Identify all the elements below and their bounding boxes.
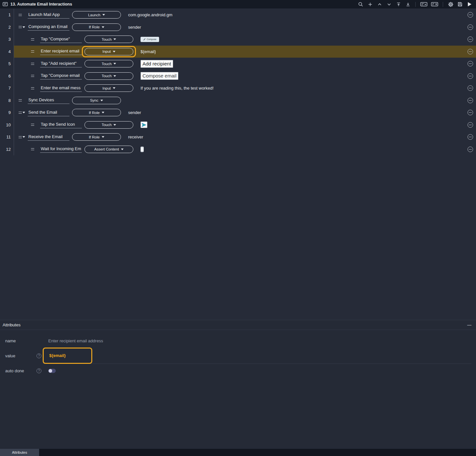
- remove-step-button[interactable]: [468, 110, 473, 115]
- action-type-dropdown[interactable]: Touch: [84, 60, 133, 67]
- message-panel-icon[interactable]: [420, 1, 428, 7]
- step-name-input[interactable]: Launch Mail App: [28, 11, 69, 19]
- step-row[interactable]: 7 Enter the email mess Input If you are …: [0, 82, 476, 94]
- remove-step-button[interactable]: [468, 147, 473, 152]
- expand-all-icon[interactable]: [405, 1, 411, 7]
- step-row[interactable]: 3 Tap "Compose" Touch Compose: [0, 33, 476, 46]
- drag-handle-icon[interactable]: [31, 50, 35, 52]
- step-value[interactable]: Compose email: [141, 72, 178, 80]
- chevron-down-icon: [113, 51, 115, 52]
- settings-icon[interactable]: [447, 1, 454, 7]
- step-row[interactable]: 2 Composing an Email If Role sender: [0, 21, 476, 34]
- drag-handle-icon[interactable]: [31, 148, 35, 150]
- collapse-arrow-icon[interactable]: [22, 26, 25, 28]
- step-name-input[interactable]: Receive the Email: [28, 134, 69, 141]
- help-icon[interactable]: ?: [37, 368, 41, 373]
- action-type-dropdown[interactable]: Assert Content: [84, 146, 133, 153]
- step-row[interactable]: 1 Launch Mail App Launch com.google.andr…: [0, 9, 476, 21]
- step-row[interactable]: 12 Wait for Incoming Em Assert Content: [0, 143, 476, 156]
- drag-handle-icon[interactable]: [19, 136, 22, 138]
- step-value[interactable]: sender: [128, 110, 141, 115]
- drag-handle-icon[interactable]: [19, 112, 22, 114]
- step-value[interactable]: sender: [128, 25, 141, 30]
- step-value[interactable]: If you are reading this, the test worked…: [141, 86, 214, 91]
- attributes-panel-title: Attributes: [3, 322, 21, 327]
- action-type-dropdown[interactable]: Touch: [84, 36, 133, 43]
- move-up-icon[interactable]: [376, 1, 383, 7]
- remove-step-button[interactable]: [468, 98, 473, 103]
- remove-step-button[interactable]: [468, 85, 473, 91]
- action-type-dropdown[interactable]: If Role: [72, 133, 121, 141]
- remove-step-button[interactable]: [468, 49, 473, 54]
- step-row[interactable]: 8 Sync Devices Sync: [0, 94, 476, 107]
- step-row[interactable]: 9 Send the Email If Role sender: [0, 107, 476, 119]
- add-step-icon[interactable]: [367, 1, 373, 7]
- chevron-down-icon: [100, 100, 103, 101]
- step-name-input[interactable]: Enter the email mess: [40, 85, 82, 92]
- minimize-panel-button[interactable]: —: [467, 323, 471, 327]
- step-value[interactable]: com.google.android.gm: [128, 12, 172, 17]
- step-name-input[interactable]: Send the Email: [28, 109, 69, 116]
- step-name-input[interactable]: Enter recipient email: [40, 48, 82, 55]
- remove-step-button[interactable]: [468, 73, 473, 79]
- action-type-dropdown[interactable]: Launch: [72, 11, 121, 19]
- action-type-dropdown[interactable]: If Role: [72, 109, 121, 116]
- collapse-arrow-icon[interactable]: [22, 112, 25, 113]
- step-name-input[interactable]: Composing an Email: [28, 23, 69, 31]
- drag-handle-icon[interactable]: [31, 87, 35, 89]
- move-down-icon[interactable]: [386, 1, 392, 7]
- step-value[interactable]: [141, 121, 147, 128]
- toolbar-divider: [415, 2, 416, 7]
- action-type-dropdown[interactable]: Touch: [84, 121, 133, 129]
- highlight-outline: ${email}: [43, 348, 92, 364]
- step-name-input[interactable]: Sync Devices: [28, 97, 69, 104]
- log-panel-icon[interactable]: [431, 1, 439, 7]
- step-name-input[interactable]: Tap "Compose email: [40, 72, 82, 79]
- action-type-dropdown[interactable]: Touch: [84, 72, 133, 80]
- collapse-all-icon[interactable]: [395, 1, 402, 7]
- value-field-text: ${email}: [49, 353, 66, 358]
- step-name-input[interactable]: Tap "Compose": [40, 36, 82, 43]
- auto-done-toggle[interactable]: [48, 369, 56, 373]
- step-value[interactable]: receiver: [128, 135, 143, 139]
- run-icon[interactable]: [466, 1, 473, 7]
- drag-handle-icon[interactable]: [31, 124, 35, 126]
- step-name-input[interactable]: Tap "Add recipient": [40, 60, 82, 67]
- drag-handle-icon[interactable]: [31, 38, 35, 40]
- drag-handle-icon[interactable]: [19, 99, 22, 101]
- step-row[interactable]: 10 Tap the Send Icon Touch: [0, 119, 476, 131]
- step-name-input[interactable]: Wait for Incoming Em: [40, 146, 82, 153]
- remove-step-button[interactable]: [468, 122, 473, 128]
- step-row[interactable]: 5 Tap "Add recipient" Touch Add recipien…: [0, 58, 476, 70]
- remove-step-button[interactable]: [468, 12, 473, 18]
- drag-handle-icon[interactable]: [31, 63, 35, 65]
- step-value[interactable]: ${email}: [141, 49, 156, 54]
- search-icon[interactable]: [357, 1, 364, 7]
- action-type-dropdown[interactable]: Input: [84, 84, 133, 92]
- step-name-input[interactable]: Tap the Send Icon: [40, 121, 82, 128]
- step-value[interactable]: Compose: [141, 37, 159, 42]
- drag-handle-icon[interactable]: [19, 26, 22, 28]
- remove-step-button[interactable]: [468, 24, 473, 30]
- collapse-arrow-icon[interactable]: [22, 136, 25, 138]
- value-field[interactable]: ${email}: [43, 348, 471, 364]
- action-type-dropdown[interactable]: If Role: [72, 23, 121, 31]
- step-row[interactable]: 4 Enter recipient email Input ${email}: [0, 46, 476, 58]
- step-value[interactable]: [141, 147, 144, 152]
- remove-step-button[interactable]: [468, 61, 473, 66]
- step-row[interactable]: 11 Receive the Email If Role receiver: [0, 131, 476, 143]
- action-dropdown-wrap: Touch: [84, 60, 133, 67]
- step-row[interactable]: 6 Tap "Compose email Touch Compose email: [0, 70, 476, 82]
- name-field[interactable]: Enter recipient email address: [48, 338, 103, 343]
- step-value[interactable]: Add recipient: [141, 60, 173, 68]
- remove-step-button[interactable]: [468, 36, 473, 42]
- save-icon[interactable]: [457, 1, 463, 7]
- status-tab-attributes[interactable]: Attributes: [0, 449, 39, 456]
- action-type-dropdown[interactable]: Input: [84, 48, 133, 55]
- action-type-dropdown[interactable]: Sync: [72, 97, 121, 104]
- drag-handle-icon[interactable]: [31, 75, 35, 77]
- step-row-body: Tap "Compose email Touch Compose email: [14, 70, 476, 82]
- remove-step-button[interactable]: [468, 134, 473, 140]
- help-icon[interactable]: ?: [37, 353, 41, 358]
- drag-handle-icon[interactable]: [19, 14, 22, 16]
